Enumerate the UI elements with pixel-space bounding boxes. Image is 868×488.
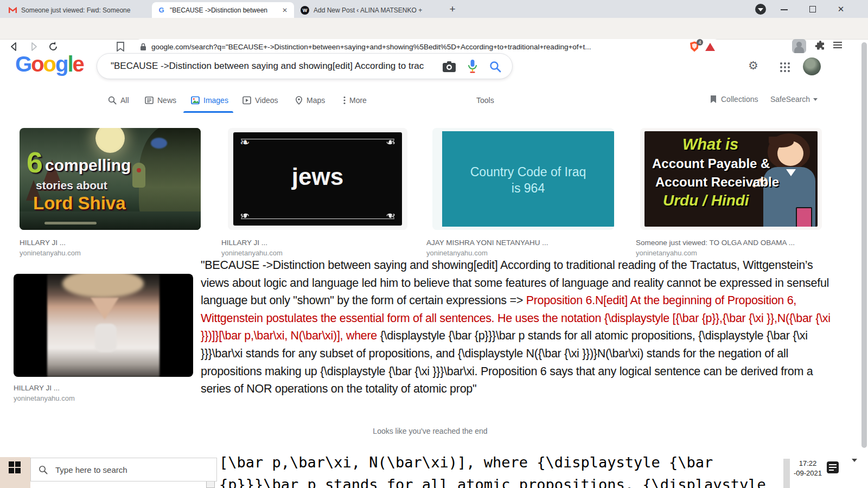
google-favicon-icon: G (157, 6, 165, 14)
lock-icon (140, 43, 146, 51)
new-tab-button[interactable]: + (447, 4, 458, 15)
forward-button[interactable] (28, 41, 39, 52)
active-tab-underline (183, 111, 233, 113)
magnified-text: [\bar p,\bar\xi, N(\bar\xi)], where {\di… (219, 451, 766, 488)
settings-gear-icon[interactable]: ⚙ (748, 60, 758, 71)
collections-bookmark-icon (710, 95, 717, 104)
tools-button[interactable]: Tools (476, 95, 494, 106)
magnified-line-1: [\bar p,\bar\xi, N(\bar\xi)], where {\di… (219, 451, 766, 473)
reload-button[interactable] (48, 41, 59, 52)
adblock-icon[interactable] (705, 43, 715, 51)
window-close-button[interactable]: ✕ (836, 4, 846, 14)
tray-divider (783, 459, 790, 488)
result-thumbnail: Country Code of Iraq is 964 (432, 128, 614, 230)
extensions-puzzle-icon[interactable] (815, 41, 826, 52)
notification-center-icon[interactable] (827, 461, 839, 473)
tab-title: Add New Post ‹ ALINA MATSENKO + (314, 7, 437, 14)
tab-images-active[interactable]: Images (191, 95, 228, 106)
image-result-jews[interactable]: ❧❧ ❧❧ jews (228, 128, 407, 230)
tab-title: "BECAUSE ->Distinction between (170, 7, 277, 14)
tab-search-button[interactable] (755, 4, 766, 15)
shield-badge: 4 (697, 39, 703, 46)
search-icon (108, 96, 117, 105)
result-thumbnail (14, 274, 193, 377)
tray-date: -09-2021 (790, 468, 826, 478)
google-logo[interactable]: Google (15, 52, 84, 76)
profile-avatar[interactable] (792, 39, 806, 53)
result-title[interactable]: HILLARY JI ... (221, 239, 406, 247)
back-button[interactable] (9, 41, 20, 52)
bottom-strip: [\bar p,\bar\xi, N(\bar\xi)], where {\di… (0, 450, 868, 488)
search-query-text[interactable]: "BECAUSE ->Distinction between saying an… (111, 61, 433, 72)
result-thumbnail: ❧❧ ❧❧ jews (228, 128, 407, 230)
safesearch-dropdown[interactable]: SafeSearch (770, 95, 818, 104)
chevron-down-icon (813, 98, 818, 101)
bookmark-icon[interactable] (116, 42, 127, 53)
camera-search-icon[interactable] (443, 61, 456, 72)
tab-news[interactable]: News (145, 95, 176, 106)
tab-wordpress[interactable]: W Add New Post ‹ ALINA MATSENKO + (295, 2, 443, 18)
images-icon (191, 96, 200, 105)
result-title[interactable]: Someone just viewed: TO OLGA AND OBAMA .… (636, 239, 826, 247)
tab-gmail[interactable]: Someone just viewed: Fwd: Someone (3, 2, 151, 18)
tab-all[interactable]: All (108, 95, 129, 106)
result-thumbnail: What is Account Payable & Account Receiv… (640, 128, 822, 230)
end-of-results-message: Looks like you've reached the end (0, 427, 860, 435)
image-result-iraq[interactable]: Country Code of Iraq is 964 (432, 128, 614, 230)
result-thumbnail: 6 compelling stories about Lord Shiva (20, 128, 201, 230)
gmail-icon (9, 7, 17, 14)
tab-videos[interactable]: Videos (242, 95, 278, 106)
maps-pin-icon (295, 96, 303, 105)
browser-toolbar: google.com/search?q="BECAUSE+->Distincti… (0, 18, 868, 40)
tray-clock[interactable]: 17:22 -09-2021 (790, 459, 826, 478)
browser-window: Someone just viewed: Fwd: Someone G "BEC… (0, 0, 868, 488)
result-title[interactable]: AJAY MISHRA YONI NETANYAHU ... (426, 239, 614, 247)
result-domain: yoninetanyahu.com (426, 249, 614, 257)
taskbar-search-icon (39, 465, 48, 474)
maximize-button[interactable] (808, 4, 818, 14)
result-domain: yoninetanyahu.com (221, 249, 406, 257)
tab-google-search[interactable]: G "BECAUSE ->Distinction between ✕ (152, 2, 294, 18)
result-domain: yoninetanyahu.com (14, 394, 193, 402)
browser-menu-icon[interactable] (833, 42, 842, 49)
wordpress-favicon-icon: W (301, 6, 309, 15)
taskbar-search-box[interactable]: Type here to search (30, 458, 217, 481)
collections-button[interactable]: Collections (710, 95, 758, 104)
voice-search-mic-icon[interactable] (468, 60, 477, 74)
tab-strip: Someone just viewed: Fwd: Someone G "BEC… (0, 0, 868, 18)
tab-title: Someone just viewed: Fwd: Someone (21, 7, 145, 14)
taskbar-search-placeholder[interactable]: Type here to search (55, 465, 127, 474)
result-title[interactable]: HILLARY JI ... (14, 384, 193, 392)
tab-close-icon[interactable]: ✕ (281, 7, 289, 14)
result-domain: yoninetanyahu.com (20, 249, 201, 257)
brave-shield-icon[interactable]: 4 (690, 41, 700, 52)
tab-maps[interactable]: Maps (295, 95, 325, 106)
image-result-shiva[interactable]: 6 compelling stories about Lord Shiva (20, 128, 201, 230)
search-magnifier-icon[interactable] (489, 61, 501, 73)
result-title[interactable]: HILLARY JI ... (20, 239, 201, 247)
magnified-line-2: {p}}}\bar p stands for all atomic propos… (219, 473, 766, 488)
page-scrollbar[interactable] (861, 42, 867, 448)
search-box[interactable]: "BECAUSE ->Distinction between saying an… (97, 53, 513, 79)
address-bar[interactable]: google.com/search?q="BECAUSE+->Distincti… (133, 39, 722, 54)
image-result-account[interactable]: What is Account Payable & Account Receiv… (640, 128, 822, 230)
result-domain: yoninetanyahu.com (636, 249, 826, 257)
more-dots-icon (343, 96, 346, 105)
image-result-woman[interactable] (14, 274, 193, 377)
search-result-text-block: "BECAUSE ->Distinction between saying an… (201, 256, 841, 398)
google-apps-grid-icon[interactable] (780, 62, 782, 65)
tab-more[interactable]: More (343, 95, 367, 106)
account-avatar[interactable] (803, 57, 821, 75)
tray-time: 17:22 (790, 459, 826, 468)
windows-start-button[interactable] (9, 461, 21, 473)
news-icon (145, 96, 154, 105)
videos-icon (242, 96, 251, 105)
hidden-icons-triangle[interactable] (852, 459, 857, 462)
minimize-button[interactable] (780, 4, 789, 14)
url-text[interactable]: google.com/search?q="BECAUSE+->Distincti… (151, 43, 685, 51)
